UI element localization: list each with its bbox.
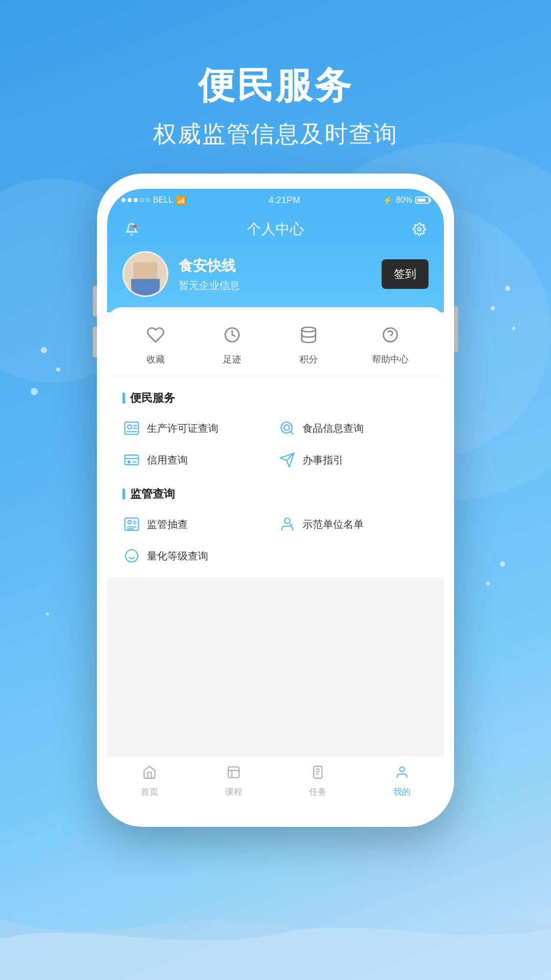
points-icon: [295, 322, 322, 348]
decor-dot: [46, 612, 49, 616]
quick-action-favorites[interactable]: 收藏: [142, 322, 169, 365]
phone-mockup: BELL 📶 4:21PM ⚡ 80%: [97, 174, 454, 827]
avatar: [122, 251, 168, 297]
battery-percent: 80%: [396, 195, 412, 205]
app-header: 个人中心: [107, 211, 444, 312]
credit-label: 信用查询: [147, 453, 188, 467]
decor-dot: [500, 561, 505, 567]
decor-dot: [486, 582, 490, 585]
signal-dot-5: [146, 198, 150, 202]
svg-rect-19: [125, 455, 139, 465]
phone-button-vol-down: [93, 327, 97, 357]
svg-point-12: [128, 425, 132, 429]
menu-item-food-search[interactable]: 食品信息查询: [278, 417, 429, 439]
quick-actions-bar: 收藏 足迹: [107, 307, 444, 376]
svg-point-8: [302, 327, 316, 332]
svg-point-26: [128, 521, 132, 524]
menu-item-credit[interactable]: 信用查询: [122, 449, 273, 471]
guide-icon: [278, 451, 296, 469]
decor-dot: [41, 347, 47, 353]
phone-screen: BELL 📶 4:21PM ⚡ 80%: [107, 189, 444, 812]
settings-button[interactable]: [410, 220, 429, 238]
notification-button[interactable]: [122, 220, 141, 238]
signal-dots: [121, 198, 150, 202]
section-bar: [122, 393, 125, 404]
food-search-icon: [278, 419, 296, 437]
nav-item-course[interactable]: 课程: [225, 765, 242, 798]
home-icon: [142, 765, 157, 783]
bluetooth-icon: ⚡: [383, 195, 393, 205]
course-icon: [227, 765, 241, 783]
credit-icon: [122, 451, 141, 469]
menu-item-inspect[interactable]: 监管抽查: [122, 513, 273, 535]
svg-point-42: [399, 767, 404, 771]
section-bar-2: [122, 488, 125, 500]
svg-point-21: [128, 461, 130, 463]
decor-dot: [31, 388, 38, 395]
status-time: 4:21PM: [269, 195, 300, 206]
food-search-label: 食品信息查询: [303, 422, 364, 435]
jianguan-section: 监管查询: [107, 481, 444, 577]
bianmin-grid: 生产许可证查询 食品信息查询: [122, 417, 429, 471]
nav-item-home[interactable]: 首页: [141, 765, 158, 798]
user-company: 暂无企业信息: [179, 279, 371, 292]
grade-label: 量化等级查询: [147, 549, 208, 563]
user-name: 食安快线: [179, 256, 371, 276]
svg-point-31: [285, 518, 290, 524]
wifi-icon: 📶: [176, 195, 186, 205]
points-label: 积分: [299, 353, 318, 365]
decor-dot: [491, 306, 495, 310]
checkin-button[interactable]: 签到: [382, 259, 429, 289]
svg-line-17: [290, 431, 293, 434]
decor-dot: [56, 368, 60, 372]
svg-point-0: [133, 225, 137, 228]
quick-action-points[interactable]: 积分: [295, 322, 322, 365]
header-top: 个人中心: [122, 219, 429, 239]
decor-dot: [505, 286, 510, 291]
svg-rect-6: [134, 262, 158, 279]
menu-item-grade[interactable]: 量化等级查询: [122, 545, 429, 567]
status-bar: BELL 📶 4:21PM ⚡ 80%: [107, 189, 444, 211]
favorites-label: 收藏: [146, 353, 165, 365]
avatar-image: [124, 251, 167, 297]
quick-action-footprint[interactable]: 足迹: [219, 322, 245, 365]
signal-dot-3: [134, 198, 138, 202]
wave-decoration: [0, 888, 551, 980]
status-left: BELL 📶: [121, 195, 186, 205]
mine-label: 我的: [393, 786, 411, 798]
status-right: ⚡ 80%: [383, 195, 430, 205]
task-icon: [311, 765, 325, 783]
header-title: 个人中心: [141, 219, 410, 239]
decor-dot: [512, 327, 515, 330]
menu-item-example-list[interactable]: 示范单位名单: [278, 513, 429, 535]
svg-rect-35: [228, 767, 239, 777]
phone-button-vol-up: [93, 286, 97, 316]
license-label: 生产许可证查询: [147, 422, 218, 435]
mine-icon: [395, 765, 409, 783]
home-label: 首页: [141, 786, 158, 798]
menu-item-license[interactable]: 生产许可证查询: [122, 417, 273, 439]
guide-label: 办事指引: [303, 453, 343, 467]
favorites-icon: [142, 322, 169, 348]
help-label: 帮助中心: [372, 353, 409, 365]
phone-outer: BELL 📶 4:21PM ⚡ 80%: [97, 174, 454, 827]
bottom-navigation: 首页 课程: [107, 755, 444, 812]
svg-point-18: [284, 425, 289, 430]
quick-action-help[interactable]: 帮助中心: [372, 322, 409, 365]
nav-item-task[interactable]: 任务: [309, 765, 327, 798]
hero-section: 便民服务 权威监管信息及时查询: [0, 0, 551, 150]
svg-point-16: [281, 422, 292, 433]
course-label: 课程: [225, 786, 242, 798]
inspect-icon: [122, 515, 141, 533]
jianguan-grid: 监管抽查 示范单位名单: [122, 513, 429, 535]
user-section: 食安快线 暂无企业信息 签到: [122, 251, 429, 297]
hero-title-line2: 权威监管信息及时查询: [0, 118, 551, 150]
menu-item-guide[interactable]: 办事指引: [278, 449, 429, 471]
jianguan-title: 监管查询: [122, 486, 429, 502]
battery-indicator: [415, 197, 430, 204]
bianmin-section: 便民服务: [107, 376, 444, 481]
svg-rect-38: [313, 766, 321, 778]
svg-rect-5: [131, 279, 160, 288]
footprint-label: 足迹: [223, 353, 241, 365]
nav-item-mine[interactable]: 我的: [393, 765, 411, 798]
